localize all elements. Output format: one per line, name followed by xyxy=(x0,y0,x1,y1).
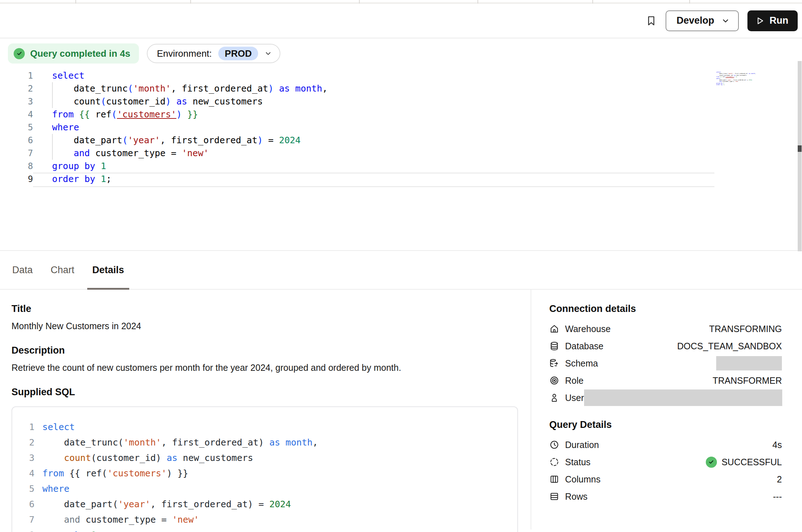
tab-separator xyxy=(689,0,690,4)
user-redacted-value xyxy=(584,389,782,406)
role-row: RoleTRANSFORMER xyxy=(549,372,782,389)
schema-row: Schema xyxy=(549,355,782,372)
line-content: group by 1 xyxy=(42,527,97,532)
line-content: date_trunc('month', first_ordered_at) as… xyxy=(42,435,318,450)
query-status-text: Query completed in 4s xyxy=(30,48,130,59)
supplied-sql-code: 1select2 date_trunc('month', first_order… xyxy=(11,406,518,532)
database-icon xyxy=(549,341,559,351)
status-value: SUCCESSFUL xyxy=(706,457,782,468)
columns-icon xyxy=(549,474,559,484)
code-line-8: 8group by 1 xyxy=(0,160,802,173)
environment-label: Environment: xyxy=(157,48,212,59)
line-number: 1 xyxy=(0,69,33,82)
details-left-pane: Title Monthly New Customers in 2024 Desc… xyxy=(0,290,531,529)
status-label: Status xyxy=(565,457,591,467)
code-line-1: 1select xyxy=(12,419,517,435)
environment-value-badge: PROD xyxy=(218,47,258,60)
code-line-4: 4from {{ ref('customers') }} xyxy=(0,108,802,121)
line-content: order by 1; xyxy=(52,173,112,186)
line-content: order by 1; xyxy=(716,84,725,85)
house-icon xyxy=(549,324,559,334)
code-line-7: 7 and customer_type = 'new' xyxy=(0,147,802,160)
query-details-heading: Query Details xyxy=(549,419,782,430)
target-icon xyxy=(549,375,559,386)
supplied-sql-heading: Supplied SQL xyxy=(11,387,516,398)
duration-label: Duration xyxy=(565,440,599,450)
tab-details[interactable]: Details xyxy=(92,251,124,289)
description-value: Retrieve the count of new customers per … xyxy=(11,363,516,373)
code-line-2: 2 date_trunc('month', first_ordered_at) … xyxy=(12,435,517,450)
rows-value: --- xyxy=(773,491,782,502)
line-content: and customer_type = 'new' xyxy=(42,512,199,527)
line-content: date_part('year', first_ordered_at) = 20… xyxy=(42,496,291,512)
line-content: from {{ ref('customers') }} xyxy=(52,108,198,121)
duration-value: 4s xyxy=(773,440,782,450)
database-value: DOCS_TEAM_SANDBOX xyxy=(677,341,782,351)
chevron-down-icon xyxy=(265,50,272,57)
line-number: 6 xyxy=(0,134,33,147)
title-value: Monthly New Customers in 2024 xyxy=(11,321,516,331)
user-value xyxy=(584,389,782,406)
status-row: Query completed in 4s Environment: PROD xyxy=(0,38,802,64)
code-line-6: 6 date_part('year', first_ordered_at) = … xyxy=(12,496,517,512)
line-number: 2 xyxy=(0,82,33,95)
role-label: Role xyxy=(565,375,583,386)
code-line-4: 4from {{ ref('customers') }} xyxy=(12,466,517,481)
code-line-5: 5where xyxy=(0,121,802,134)
user-icon xyxy=(549,393,559,403)
status-row: StatusSUCCESSFUL xyxy=(549,453,782,471)
line-content: date_trunc('month', first_ordered_at) as… xyxy=(52,82,328,95)
connection-details-heading: Connection details xyxy=(549,303,782,314)
tab-chart[interactable]: Chart xyxy=(51,251,74,289)
columns-label: Columns xyxy=(565,474,601,485)
status-badge: SUCCESSFUL xyxy=(706,457,782,468)
line-number: 4 xyxy=(12,466,34,481)
clock-icon xyxy=(549,440,559,450)
user-label: User xyxy=(565,393,584,403)
sql-editor[interactable]: 1select2 date_trunc('month', first_order… xyxy=(0,69,802,250)
code-line-6: 6 date_part('year', first_ordered_at) = … xyxy=(0,134,802,147)
line-content: select xyxy=(42,419,75,435)
scrollbar-thumb[interactable] xyxy=(798,145,802,152)
editor-minimap[interactable]: 1select2 date_trunc('month', first_order… xyxy=(716,71,756,86)
status-badge-text: SUCCESSFUL xyxy=(722,457,782,467)
line-number: 4 xyxy=(0,108,33,121)
code-line-3: 3 count(customer_id) as new_customers xyxy=(12,450,517,466)
rows-label: Rows xyxy=(565,491,588,502)
tab-separator xyxy=(592,0,593,4)
line-content: select xyxy=(52,69,84,82)
warehouse-row: WarehouseTRANSFORMING xyxy=(549,320,782,337)
scrollbar[interactable] xyxy=(798,61,802,251)
line-number: 8 xyxy=(0,160,33,173)
code-line-2: 2 date_trunc('month', first_ordered_at) … xyxy=(0,82,802,95)
tab-separator xyxy=(75,0,76,4)
details-right-pane: Connection details WarehouseTRANSFORMING… xyxy=(531,290,802,529)
columns-row: Columns2 xyxy=(549,471,782,488)
code-line-8: 8group by 1 xyxy=(12,527,517,532)
toolbar: Develop Run xyxy=(0,4,802,38)
line-content: group by 1 xyxy=(52,160,106,173)
database-row: DatabaseDOCS_TEAM_SANDBOX xyxy=(549,337,782,355)
columns-value: 2 xyxy=(777,474,782,485)
tab-data[interactable]: Data xyxy=(12,251,33,289)
line-content: date_part('year', first_ordered_at) = 20… xyxy=(52,134,300,147)
editor-code[interactable]: 1select2 date_trunc('month', first_order… xyxy=(0,69,802,186)
rows-row: Rows--- xyxy=(549,488,782,505)
run-button[interactable]: Run xyxy=(747,10,798,31)
play-icon xyxy=(755,16,765,25)
environment-selector[interactable]: Environment: PROD xyxy=(147,44,280,63)
code-line-7: 7 and customer_type = 'new' xyxy=(12,512,517,527)
line-number: 3 xyxy=(0,95,33,108)
check-circle-icon xyxy=(706,457,717,468)
details-panel: Title Monthly New Customers in 2024 Desc… xyxy=(0,290,802,529)
tab-separator xyxy=(359,0,360,4)
develop-dropdown[interactable]: Develop xyxy=(666,10,738,31)
tab-separator xyxy=(477,0,478,4)
code-line-9: 9order by 1; xyxy=(0,173,802,186)
code-line-5: 5where xyxy=(12,481,517,496)
duration-row: Duration4s xyxy=(549,436,782,453)
line-content: count(customer_id) as new_customers xyxy=(42,450,253,466)
line-number: 5 xyxy=(12,481,34,496)
bookmark-button[interactable] xyxy=(645,15,657,27)
chevron-down-icon xyxy=(722,17,729,25)
